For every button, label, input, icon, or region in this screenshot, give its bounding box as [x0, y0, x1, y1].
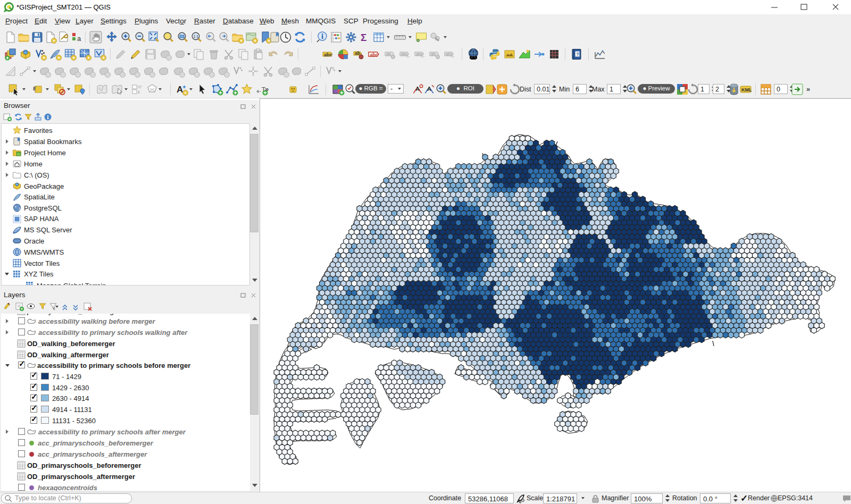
svg-text:abc: abc — [446, 52, 453, 56]
svg-text:»: » — [806, 85, 810, 93]
svg-text:A: A — [177, 85, 183, 95]
svg-text:abc: abc — [401, 52, 408, 56]
svg-text:KML: KML — [741, 87, 752, 93]
svg-text:ab: ab — [431, 52, 436, 56]
svg-text:A: A — [415, 86, 420, 92]
svg-text:Σ: Σ — [361, 32, 366, 43]
svg-text:a: a — [77, 35, 81, 43]
svg-text:abc: abc — [370, 52, 379, 57]
svg-text:ε: ε — [138, 88, 140, 95]
svg-text:A: A — [427, 86, 431, 92]
svg-text:ab: ab — [386, 52, 391, 56]
svg-text:abc: abc — [324, 52, 332, 57]
svg-text:?: ? — [577, 52, 579, 57]
svg-text:»: » — [265, 85, 269, 93]
svg-text:ε: ε — [33, 84, 36, 92]
svg-text:ab: ab — [355, 51, 360, 56]
svg-text:1:1: 1:1 — [194, 35, 199, 38]
svg-text:abc: abc — [416, 52, 423, 56]
